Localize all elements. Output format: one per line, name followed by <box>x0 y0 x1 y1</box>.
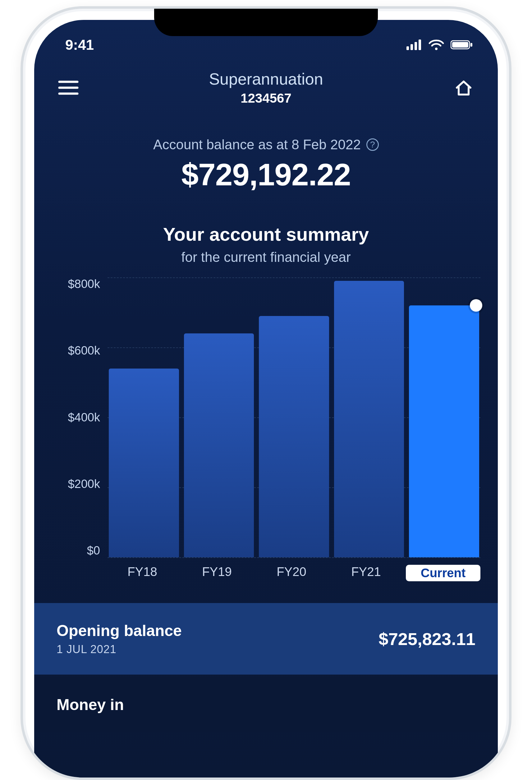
svg-rect-7 <box>471 43 472 47</box>
bar-current[interactable] <box>409 305 479 557</box>
x-tick-current[interactable]: Current <box>406 565 480 581</box>
x-tick-fy20[interactable]: FY20 <box>257 565 326 581</box>
x-tick-fy21[interactable]: FY21 <box>331 565 401 581</box>
current-marker-icon <box>470 299 482 311</box>
x-tick-fy18[interactable]: FY18 <box>108 565 177 581</box>
device-notch <box>154 9 378 36</box>
y-tick: $200k <box>52 477 100 491</box>
balance-block: Account balance as at 8 Feb 2022 ? $729,… <box>34 115 498 202</box>
y-tick: $800k <box>52 278 100 291</box>
y-tick: $400k <box>52 411 100 424</box>
status-right <box>407 39 473 51</box>
chart-plot <box>108 278 480 557</box>
svg-rect-1 <box>411 44 413 50</box>
phone-frame: 9:41 Superannuation 1234567 <box>20 6 512 780</box>
svg-rect-6 <box>452 42 468 48</box>
home-button[interactable] <box>452 76 475 100</box>
status-time: 9:41 <box>65 36 94 53</box>
home-icon <box>454 79 473 97</box>
cellular-icon <box>407 40 422 50</box>
hamburger-icon <box>58 80 78 95</box>
svg-rect-2 <box>415 42 417 50</box>
bar-fy20[interactable] <box>259 316 329 557</box>
svg-rect-3 <box>419 40 421 50</box>
x-axis: FY18FY19FY20FY21Current <box>52 565 480 581</box>
summary-title: Your account summary <box>47 224 485 245</box>
chart: $800k$600k$400k$200k$0 FY18FY19FY20FY21C… <box>34 278 498 603</box>
app-header: Superannuation 1234567 <box>34 57 498 115</box>
menu-button[interactable] <box>57 76 80 100</box>
opening-balance-label: Opening balance <box>57 622 182 640</box>
y-tick: $600k <box>52 344 100 357</box>
y-axis: $800k$600k$400k$200k$0 <box>52 278 108 557</box>
chart-bars <box>108 278 480 557</box>
screen: 9:41 Superannuation 1234567 <box>34 20 498 778</box>
money-in-label: Money in <box>57 696 124 714</box>
opening-balance-value: $725,823.11 <box>379 629 475 649</box>
summary-heading: Your account summary for the current fin… <box>34 202 498 278</box>
row-left: Opening balance 1 JUL 2021 <box>57 622 182 656</box>
wifi-icon <box>428 39 444 51</box>
battery-icon <box>450 40 473 50</box>
balance-amount: $729,192.22 <box>47 157 485 193</box>
svg-point-4 <box>435 48 437 50</box>
bar-fy19[interactable] <box>184 333 254 557</box>
account-number: 1234567 <box>209 91 323 106</box>
x-tick-fy19[interactable]: FY19 <box>182 565 252 581</box>
opening-balance-row[interactable]: Opening balance 1 JUL 2021 $725,823.11 <box>34 603 498 675</box>
y-tick: $0 <box>52 544 100 557</box>
page-title: Superannuation <box>209 70 323 88</box>
svg-rect-0 <box>407 46 409 50</box>
opening-balance-date: 1 JUL 2021 <box>57 643 182 656</box>
money-in-row[interactable]: Money in <box>34 677 498 732</box>
balance-label: Account balance as at 8 Feb 2022 <box>153 137 361 152</box>
help-icon[interactable]: ? <box>366 138 379 151</box>
summary-subtitle: for the current financial year <box>47 249 485 265</box>
page-title-block: Superannuation 1234567 <box>209 70 323 106</box>
bar-fy21[interactable] <box>334 281 404 557</box>
bar-fy18[interactable] <box>109 369 179 557</box>
